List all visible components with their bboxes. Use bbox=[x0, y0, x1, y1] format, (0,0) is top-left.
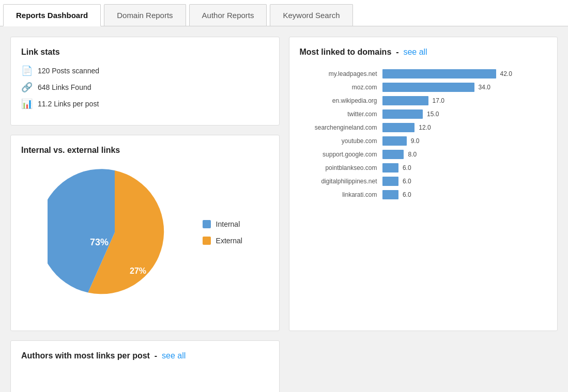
links-icon: 🔗 bbox=[21, 82, 33, 93]
pie-internal-label: 27% bbox=[130, 266, 146, 275]
domain-bar-chart: my.leadpages.net42.0moz.com34.0en.wikipe… bbox=[300, 65, 547, 199]
domain-bar-track: 6.0 bbox=[382, 190, 547, 199]
domain-bar-row: digitalphilippines.net6.0 bbox=[300, 177, 547, 186]
links-per-post-stat: 📊 11.2 Links per post bbox=[21, 98, 269, 109]
domain-bar-label: youtube.com bbox=[300, 137, 382, 145]
domain-bar-value: 6.0 bbox=[403, 191, 411, 198]
authors-title: Authors with most links per post - see a… bbox=[21, 351, 269, 360]
domain-bar-fill bbox=[382, 123, 415, 132]
domain-bar-row: my.leadpages.net42.0 bbox=[300, 69, 547, 79]
domain-bar-label: digitalphilippines.net bbox=[300, 178, 382, 185]
domain-bar-track: 6.0 bbox=[382, 177, 547, 186]
legend-external-color bbox=[203, 237, 211, 245]
domain-bar-value: 17.0 bbox=[433, 97, 444, 104]
main-content: Link stats 📄 120 Posts scanned 🔗 648 Lin… bbox=[0, 26, 568, 392]
domain-bar-value: 8.0 bbox=[408, 151, 417, 158]
pie-chart-title: Internal vs. external links bbox=[21, 146, 269, 155]
domain-bar-label: my.leadpages.net bbox=[300, 70, 382, 77]
domain-bar-label: moz.com bbox=[300, 84, 382, 91]
tab-reports-dashboard[interactable]: Reports Dashboard bbox=[3, 4, 101, 26]
tabs-nav: Reports Dashboard Domain Reports Author … bbox=[0, 0, 568, 26]
legend-external-label: External bbox=[216, 237, 242, 245]
domain-bar-value: 34.0 bbox=[479, 84, 490, 91]
domain-bar-track: 12.0 bbox=[382, 123, 547, 132]
domain-bar-row: en.wikipedia.org17.0 bbox=[300, 96, 547, 105]
authors-card: Authors with most links per post - see a… bbox=[10, 340, 280, 392]
domain-bar-value: 6.0 bbox=[403, 164, 411, 171]
posts-scanned-label: 120 Posts scanned bbox=[38, 67, 99, 75]
domain-bar-track: 9.0 bbox=[382, 136, 547, 146]
domain-bar-fill bbox=[382, 163, 398, 173]
tab-keyword-search[interactable]: Keyword Search bbox=[270, 4, 352, 26]
domain-bar-label: pointblankseo.com bbox=[300, 164, 382, 171]
domain-bar-row: support.google.com8.0 bbox=[300, 150, 547, 159]
pie-svg: 73% 27% bbox=[48, 165, 182, 300]
domain-bar-fill bbox=[382, 136, 407, 146]
domain-bar-track: 34.0 bbox=[382, 83, 547, 92]
pie-container: 73% 27% Internal External bbox=[21, 165, 269, 300]
domain-bar-label: linkarati.com bbox=[300, 191, 382, 198]
posts-icon: 📄 bbox=[21, 65, 33, 76]
pie-legend: Internal External bbox=[203, 220, 242, 245]
legend-internal-color bbox=[203, 220, 211, 228]
links-found-label: 648 Links Found bbox=[38, 83, 91, 91]
domain-bar-row: pointblankseo.com6.0 bbox=[300, 163, 547, 173]
domain-bar-row: twitter.com15.0 bbox=[300, 109, 547, 119]
domain-bar-value: 9.0 bbox=[411, 137, 420, 145]
pie-chart: 73% 27% bbox=[48, 165, 182, 300]
domain-bar-track: 15.0 bbox=[382, 109, 547, 119]
posts-scanned-stat: 📄 120 Posts scanned bbox=[21, 65, 269, 76]
authors-see-all-link[interactable]: see all bbox=[162, 351, 186, 360]
link-stats-title: Link stats bbox=[21, 48, 269, 57]
domain-bar-track: 6.0 bbox=[382, 163, 547, 173]
domain-bar-row: youtube.com9.0 bbox=[300, 136, 547, 146]
domain-bar-track: 42.0 bbox=[382, 69, 547, 79]
domain-bar-fill bbox=[382, 69, 496, 79]
domain-bar-fill bbox=[382, 177, 398, 186]
domain-bar-track: 8.0 bbox=[382, 150, 547, 159]
domain-bar-value: 42.0 bbox=[500, 70, 512, 77]
domain-bar-fill bbox=[382, 190, 398, 199]
link-stats-card: Link stats 📄 120 Posts scanned 🔗 648 Lin… bbox=[10, 37, 280, 126]
domain-see-all-link[interactable]: see all bbox=[403, 48, 427, 56]
domain-bar-value: 15.0 bbox=[427, 111, 439, 118]
domain-bar-label: support.google.com bbox=[300, 151, 382, 158]
links-found-stat: 🔗 648 Links Found bbox=[21, 82, 269, 93]
domain-bar-fill bbox=[382, 150, 404, 159]
domain-bar-fill bbox=[382, 109, 423, 119]
domain-bar-fill bbox=[382, 96, 428, 105]
tab-domain-reports[interactable]: Domain Reports bbox=[104, 4, 186, 26]
domain-bar-value: 6.0 bbox=[403, 178, 411, 185]
bar-icon: 📊 bbox=[21, 98, 33, 109]
domain-bar-label: twitter.com bbox=[300, 111, 382, 118]
legend-internal-label: Internal bbox=[216, 220, 240, 228]
pie-external-label: 73% bbox=[90, 237, 109, 247]
domain-chart-title: Most linked to domains - see all bbox=[300, 48, 547, 57]
tab-author-reports[interactable]: Author Reports bbox=[189, 4, 267, 26]
domain-bar-track: 17.0 bbox=[382, 96, 547, 105]
domain-bar-label: en.wikipedia.org bbox=[300, 97, 382, 104]
domain-bar-row: linkarati.com6.0 bbox=[300, 190, 547, 199]
domain-bar-row: moz.com34.0 bbox=[300, 83, 547, 92]
domain-bar-value: 12.0 bbox=[419, 124, 431, 131]
domain-chart-card: Most linked to domains - see all my.lead… bbox=[289, 37, 558, 331]
links-per-post-label: 11.2 Links per post bbox=[38, 100, 99, 108]
domain-bar-row: searchengineland.com12.0 bbox=[300, 123, 547, 132]
legend-external: External bbox=[203, 237, 242, 245]
domain-bar-label: searchengineland.com bbox=[300, 124, 382, 131]
pie-chart-card: Internal vs. external links 73% 27% bbox=[10, 135, 280, 331]
legend-internal: Internal bbox=[203, 220, 242, 228]
domain-bar-fill bbox=[382, 83, 474, 92]
